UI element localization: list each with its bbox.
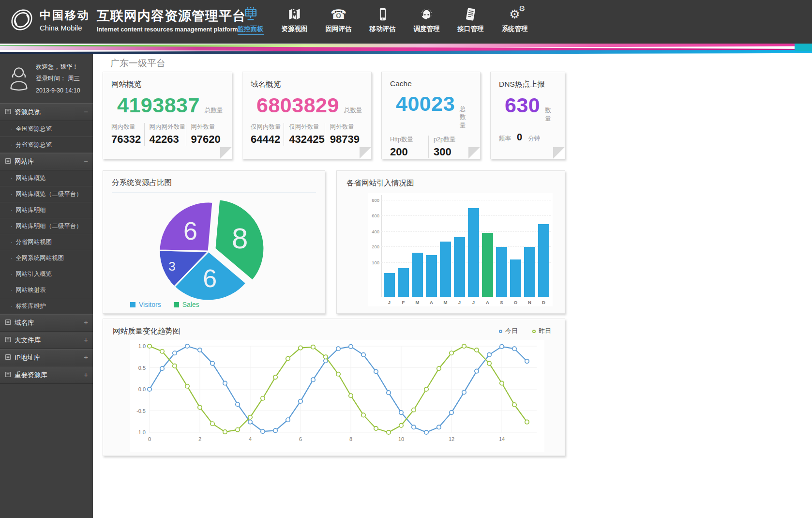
- dashboard-icon: [228, 4, 272, 24]
- y-tick-label: 200: [368, 244, 379, 249]
- sidebar-group-bigfile-library[interactable]: 大文件库 +: [0, 332, 93, 349]
- sidebar-group-important-library[interactable]: 重要资源库 +: [0, 366, 93, 384]
- expand-icon[interactable]: +: [84, 335, 88, 344]
- legend-label: 今日: [505, 327, 518, 335]
- collapse-icon[interactable]: −: [84, 157, 88, 165]
- x-tick-label: M: [412, 300, 423, 305]
- stat-sub-label: Http数量: [390, 136, 428, 144]
- legend-label: Visitors: [139, 301, 161, 308]
- legend-label: Sales: [182, 301, 199, 308]
- stat-sub-label: p2p数量: [434, 136, 472, 144]
- bullet: ·: [11, 271, 13, 277]
- stat-inline: 频率 0 分钟: [499, 132, 556, 145]
- nav-item-monitor-panel[interactable]: 监控面板: [228, 4, 272, 35]
- y-tick-label: 800: [368, 198, 379, 203]
- nav-label: 移动评估: [370, 25, 396, 34]
- trend-legend-item[interactable]: 昨日: [532, 327, 551, 335]
- nav-item-interface-mgmt[interactable]: 接口管理: [449, 4, 493, 35]
- nav-item-system-mgmt[interactable]: ⚙⚙ 系统管理: [493, 4, 537, 35]
- bar-N-11[interactable]: [524, 247, 535, 297]
- stat-sub-value: 98739: [330, 133, 363, 146]
- bullet: ·: [11, 207, 13, 213]
- bar-O-10[interactable]: [510, 259, 521, 297]
- sidebar-item[interactable]: ·网站库明细: [0, 202, 93, 218]
- brand-name-en: China Mobile: [40, 24, 90, 32]
- legend-swatch: [130, 302, 135, 307]
- bar-J-7[interactable]: [468, 208, 479, 297]
- stat-sub-label: 仅网外数量: [289, 123, 324, 131]
- stat-sub-value: 42263: [150, 133, 186, 146]
- nav-label: 资源视图: [282, 25, 308, 34]
- sidebar-item[interactable]: ·全网系统网站视图: [0, 250, 93, 266]
- sidebar-group-website-library[interactable]: 网站库 −: [0, 153, 93, 170]
- user-panel: 欢迎您，魏华！ 登录时间： 周三 2013-9-30 14:10: [0, 54, 93, 103]
- document-icon: [5, 108, 11, 116]
- sidebar-item[interactable]: ·标签库维护: [0, 298, 93, 314]
- bar-D-12[interactable]: [538, 224, 549, 297]
- svg-text:-1.0: -1.0: [136, 429, 146, 435]
- expand-icon[interactable]: +: [84, 370, 88, 379]
- legend-ring-icon: [532, 330, 536, 333]
- bullet: ·: [11, 191, 13, 198]
- page-title: 广东一级平台: [110, 57, 165, 70]
- bar-M-5[interactable]: [440, 242, 451, 297]
- x-tick-label: A: [482, 300, 493, 305]
- ribbon-teal-block: [795, 44, 812, 51]
- top-nav: 监控面板 资源视图 ☎ 固网评估 移动评估 调度管理 接口管理 ⚙⚙ 系统管理: [228, 4, 537, 35]
- stat-inline-label: 频率: [499, 135, 511, 143]
- x-tick-label: J: [454, 300, 465, 305]
- brand: 中国移动 China Mobile 互联网内容资源管理平台 Internet c…: [8, 6, 246, 34]
- svg-text:2: 2: [198, 436, 201, 442]
- sidebar-item[interactable]: ·全国资源总览: [0, 121, 93, 137]
- sidebar-item[interactable]: ·分省网站视图: [0, 234, 93, 250]
- trend-legend-item[interactable]: 今日: [499, 327, 518, 335]
- stat-big-unit: 数量: [545, 107, 556, 123]
- bar-J-1[interactable]: [384, 273, 395, 297]
- sidebar-item[interactable]: ·网站映射表: [0, 282, 93, 298]
- sidebar-item[interactable]: ·网站库概览: [0, 170, 93, 186]
- x-tick-label: J: [468, 300, 479, 305]
- svg-text:0.0: 0.0: [138, 386, 146, 392]
- bar-J-6[interactable]: [454, 237, 465, 297]
- bar-S-9[interactable]: [496, 247, 507, 297]
- stat-inline-unit: 分钟: [528, 135, 540, 143]
- bar-A-8[interactable]: [482, 233, 493, 297]
- sidebar-group-resource-overview[interactable]: 资源总览 −: [0, 104, 93, 121]
- bar-M-3[interactable]: [412, 253, 423, 297]
- interface-icon: [449, 4, 493, 24]
- phone-icon: ☎: [316, 4, 361, 24]
- expand-icon[interactable]: +: [84, 353, 88, 361]
- stat-big-row: 4193837 总数量: [117, 93, 224, 117]
- legend-label: 昨日: [539, 327, 551, 335]
- sidebar-item[interactable]: ·网站库概览（二级平台）: [0, 186, 93, 202]
- sidebar-item[interactable]: ·网站库明细（二级平台）: [0, 218, 93, 234]
- sidebar-item[interactable]: ·网站引入概览: [0, 266, 93, 282]
- svg-text:0: 0: [148, 436, 151, 442]
- sidebar-group-domain-library[interactable]: 域名库 +: [0, 314, 93, 332]
- x-tick-label: J: [384, 300, 395, 305]
- x-tick-label: D: [538, 300, 549, 305]
- stat-sub-value: 97620: [191, 133, 224, 146]
- nav-item-dispatch-mgmt[interactable]: 调度管理: [405, 4, 449, 35]
- nav-item-mobile-eval[interactable]: 移动评估: [361, 4, 405, 35]
- bar-A-4[interactable]: [426, 255, 437, 297]
- nav-item-resource-view[interactable]: 资源视图: [272, 4, 316, 35]
- sidebar-group-label: 网站库: [15, 157, 34, 166]
- legend-item-sales[interactable]: Sales: [174, 301, 199, 308]
- bar-F-2[interactable]: [398, 268, 409, 297]
- nav-item-fixed-network-eval[interactable]: ☎ 固网评估: [316, 4, 361, 35]
- collapse-icon[interactable]: −: [84, 107, 88, 116]
- expand-icon[interactable]: +: [84, 318, 88, 326]
- welcome-text: 欢迎您，魏华！: [36, 61, 80, 73]
- folded-corner: [220, 147, 232, 159]
- bullet: ·: [11, 125, 13, 132]
- legend-ring-icon: [499, 330, 502, 333]
- legend-item-visitors[interactable]: Visitors: [130, 301, 161, 308]
- stat-sub: 网内数量 76332: [111, 123, 144, 146]
- sidebar-group-ip-library[interactable]: IP地址库 +: [0, 349, 93, 366]
- sidebar-item[interactable]: ·分省资源总览: [0, 137, 93, 153]
- stat-big-value: 630: [505, 93, 540, 117]
- stat-sub-row: 网内数量 76332 网内网外数量 42263 网外数量 97620: [111, 123, 224, 146]
- app-title: 互联网内容资源管理平台: [97, 7, 246, 25]
- stat-sub: p2p数量 300: [428, 136, 472, 158]
